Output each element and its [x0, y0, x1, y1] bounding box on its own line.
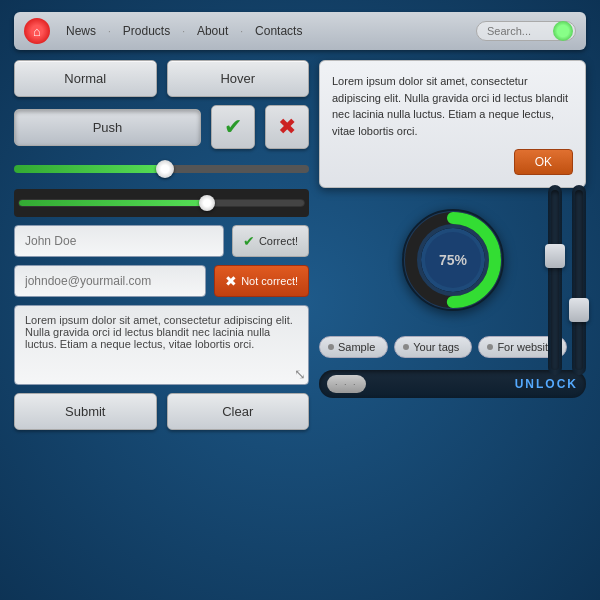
name-input[interactable] — [14, 225, 224, 257]
v-slider-1-thumb[interactable] — [545, 244, 565, 268]
form-row-email: ✖ Not correct! — [14, 265, 309, 297]
nav-sep-1: · — [108, 26, 111, 37]
search-wrap — [476, 21, 576, 41]
correct-label: Correct! — [259, 235, 298, 247]
tag-sample-label: Sample — [338, 341, 375, 353]
slider-2-bg — [14, 189, 309, 217]
tag-dot-2 — [403, 344, 409, 350]
correct-button[interactable]: ✔ Correct! — [232, 225, 309, 257]
push-row: Push ✔ ✖ — [14, 105, 309, 149]
hover-button[interactable]: Hover — [167, 60, 310, 97]
nav-item-contacts[interactable]: Contacts — [247, 24, 310, 38]
check-icon: ✔ — [243, 233, 255, 249]
nav-item-products[interactable]: Products — [115, 24, 178, 38]
button-row-1: Normal Hover — [14, 60, 309, 97]
clear-button[interactable]: Clear — [167, 393, 310, 430]
v-slider-2-track — [575, 190, 583, 370]
submit-button[interactable]: Submit — [14, 393, 157, 430]
resize-handle[interactable]: ⤡ — [294, 366, 306, 382]
tag-your-tags-label: Your tags — [413, 341, 459, 353]
x-icon: ✖ — [278, 114, 296, 140]
dialog-text: Lorem ipsum dolor sit amet, consectetur … — [332, 73, 573, 139]
tags-container: Sample Your tags For website — [319, 332, 586, 362]
push-button[interactable]: Push — [14, 109, 201, 146]
navbar: News · Products · About · Contacts — [14, 12, 586, 50]
tag-your-tags[interactable]: Your tags — [394, 336, 472, 358]
sliders — [14, 157, 309, 217]
x-button[interactable]: ✖ — [265, 105, 309, 149]
email-input[interactable] — [14, 265, 206, 297]
tag-dot-3 — [487, 344, 493, 350]
unlock-handle-dots: · · · — [335, 379, 358, 389]
donut-chart: 75% — [393, 200, 513, 320]
textarea[interactable]: Lorem ipsum dolor sit amet, consectetur … — [14, 305, 309, 385]
vertical-sliders — [548, 185, 586, 375]
unlock-label: UNLOCK — [372, 377, 578, 391]
textarea-text: Lorem ipsum dolor sit amet, consectetur … — [25, 314, 293, 350]
tag-sample[interactable]: Sample — [319, 336, 388, 358]
home-icon[interactable] — [24, 18, 50, 44]
not-correct-button[interactable]: ✖ Not correct! — [214, 265, 309, 297]
nav-sep-2: · — [182, 26, 185, 37]
dialog-ok-button[interactable]: OK — [514, 149, 573, 175]
checkmark-icon: ✔ — [224, 114, 242, 140]
v-slider-2-outer — [572, 185, 586, 375]
left-column: Normal Hover Push ✔ ✖ — [14, 60, 309, 430]
slider-2-thumb[interactable] — [199, 195, 215, 211]
dialog-box: Lorem ipsum dolor sit amet, consectetur … — [319, 60, 586, 188]
v-slider-1-outer — [548, 185, 562, 375]
slider-1-thumb[interactable] — [156, 160, 174, 178]
not-correct-label: Not correct! — [241, 275, 298, 287]
nav-item-news[interactable]: News — [58, 24, 104, 38]
form-row-name: ✔ Correct! — [14, 225, 309, 257]
nav-sep-3: · — [240, 26, 243, 37]
normal-button[interactable]: Normal — [14, 60, 157, 97]
unlock-bar[interactable]: · · · UNLOCK — [319, 370, 586, 398]
tag-for-website-label: For website — [497, 341, 554, 353]
nav-item-about[interactable]: About — [189, 24, 236, 38]
search-button[interactable] — [553, 21, 573, 41]
v-slider-1-track — [551, 190, 559, 370]
donut-label: 75% — [438, 252, 467, 268]
main-content: Normal Hover Push ✔ ✖ — [0, 50, 600, 440]
tag-dot-1 — [328, 344, 334, 350]
slider-1[interactable] — [14, 165, 309, 173]
slider-2[interactable] — [18, 199, 305, 207]
action-row: Submit Clear — [14, 393, 309, 430]
unlock-handle[interactable]: · · · — [327, 375, 366, 393]
check-button[interactable]: ✔ — [211, 105, 255, 149]
nav-items: News · Products · About · Contacts — [58, 24, 476, 38]
x-icon-2: ✖ — [225, 273, 237, 289]
v-slider-2-thumb[interactable] — [569, 298, 589, 322]
